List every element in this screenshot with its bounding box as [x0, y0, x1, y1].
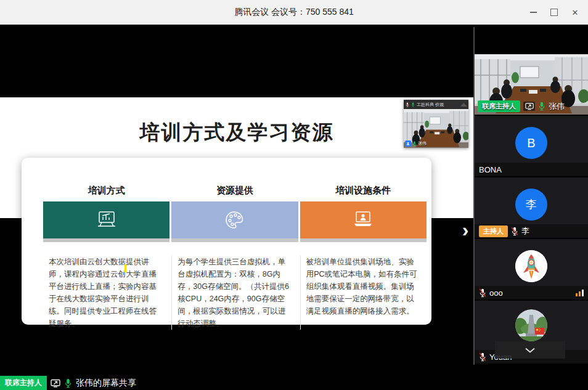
- participant-tile-zhangwei[interactable]: 联席主持人 张伟: [475, 54, 588, 115]
- presentation-board-chart-icon: [96, 211, 118, 229]
- share-status-text: 张伟的屏幕共享: [76, 378, 136, 389]
- mic-on-icon: [538, 102, 545, 111]
- bar-resources: [171, 201, 298, 238]
- slide-content-card: 培训方式 资源提供 培训设施条件: [22, 158, 431, 325]
- column-header-3: 培训设施条件: [300, 185, 427, 197]
- floating-video-window: 工匠科典 价观 ◢◣ 张伟: [404, 100, 468, 148]
- mic-on-icon: [411, 102, 415, 107]
- avatar: 李: [515, 189, 547, 221]
- column-text-3: 被培训单位提供集训场地、实验用PC或笔记本电脑，如有条件可组织集体观看直播视频。…: [300, 256, 427, 330]
- participant-tile-bona[interactable]: B BONA: [475, 116, 588, 176]
- minimize-button[interactable]: [523, 0, 544, 25]
- close-button[interactable]: ✕: [565, 0, 586, 25]
- mic-on-icon: [64, 378, 72, 388]
- monument-photo-avatar: [515, 309, 547, 341]
- participant-tile-li[interactable]: 李 主持人 李: [475, 177, 588, 238]
- participant-nameplate: ooo: [475, 286, 588, 299]
- avatar: [515, 309, 547, 341]
- column-text-1: 本次培训由云创大数据提供讲师，课程内容通过云创大学直播平台进行线上直播；实验内容…: [43, 256, 169, 330]
- participant-tile-youan[interactable]: Youan: [475, 301, 588, 364]
- tencent-meeting-window: 腾讯会议 会议号：750 555 841 ✕ 培训方式及学习资源 培训方式 资源…: [0, 0, 588, 390]
- screen-share-icon: [523, 102, 535, 111]
- palette-icon: [224, 210, 246, 230]
- participant-name: ooo: [489, 288, 503, 298]
- mic-on-icon: [412, 141, 417, 147]
- column-text-2: 为每个学生提供三台虚拟机，单台虚拟机配置为：双核，8G内存，30G存储空间。（共…: [171, 256, 298, 330]
- participant-name: 李: [521, 225, 529, 237]
- mic-muted-icon: [479, 288, 486, 298]
- column-bars: [43, 201, 427, 238]
- floating-window-video: 张伟: [404, 109, 468, 148]
- logo-watermark-icon: ◢◣: [460, 102, 467, 107]
- participant-nameplate: 主持人 李: [475, 224, 588, 238]
- chevron-down-icon: [525, 347, 536, 353]
- avatar: B: [515, 127, 547, 159]
- floating-window-participant-name: 张伟: [418, 140, 427, 147]
- avatar-letter: B: [527, 136, 535, 150]
- minimize-icon: [530, 12, 537, 13]
- participant-name: BONA: [479, 165, 502, 174]
- floating-window-nameplate: 张伟: [405, 140, 427, 147]
- bar-training-method: [43, 201, 169, 238]
- participant-nameplate: BONA: [475, 163, 588, 176]
- co-host-badge: 联席主持人: [478, 100, 520, 112]
- mic-muted-icon: [479, 352, 486, 362]
- mic-muted-icon: [511, 227, 518, 236]
- column-headers: 培训方式 资源提供 培训设施条件: [43, 185, 427, 197]
- member-icon: [406, 102, 409, 107]
- window-controls: ✕: [523, 0, 586, 25]
- maximize-icon: [550, 9, 558, 16]
- column-texts: 本次培训由云创大数据提供讲师，课程内容通过云创大学直播平台进行线上直播；实验内容…: [43, 256, 427, 330]
- collapse-video-panel-button[interactable]: [495, 341, 565, 359]
- participant-tile-ooo[interactable]: ooo: [475, 239, 588, 299]
- network-signal-icon: [576, 290, 584, 296]
- avatar-letter: 李: [526, 197, 537, 212]
- screen-share-icon: [51, 379, 60, 388]
- text-cursor: [125, 264, 126, 272]
- host-badge: 主持人: [479, 225, 508, 237]
- participant-nameplate: 联席主持人 张伟: [478, 100, 565, 112]
- floating-window-header: 工匠科典 价观 ◢◣: [404, 100, 468, 109]
- slide-title: 培训方式及学习资源: [0, 119, 473, 147]
- floating-window-title: 工匠科典 价观: [417, 102, 444, 108]
- next-arrow-button[interactable]: ›: [457, 218, 473, 243]
- column-header-2: 资源提供: [171, 185, 298, 197]
- column-header-1: 培训方式: [43, 185, 169, 197]
- screen-share-banner: 联席主持人 张伟的屏幕共享: [0, 376, 136, 390]
- window-title: 腾讯会议 会议号：750 555 841: [234, 7, 354, 18]
- shared-screen-area: 培训方式及学习资源 培训方式 资源提供 培训设施条件: [0, 25, 473, 390]
- presenter-laptop-icon: [352, 211, 374, 229]
- co-host-badge: 联席主持人: [0, 376, 47, 390]
- participant-name: 张伟: [549, 101, 565, 112]
- bar-facilities: [300, 201, 427, 238]
- titlebar[interactable]: 腾讯会议 会议号：750 555 841 ✕: [0, 0, 588, 25]
- member-badge-icon: [405, 140, 411, 147]
- rocket-avatar-icon: [515, 250, 547, 282]
- avatar: [515, 250, 547, 282]
- maximize-button[interactable]: [544, 0, 565, 25]
